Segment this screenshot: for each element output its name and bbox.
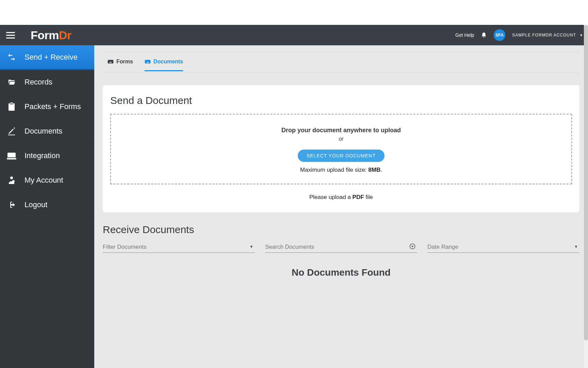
- drop-or-text: or: [114, 136, 568, 142]
- chevron-down-icon: ▼: [574, 244, 578, 249]
- app-shell: FormDr Get Help SFA SAMPLE FORMDR ACCOUN…: [0, 25, 588, 368]
- filter-documents-input[interactable]: [103, 244, 255, 250]
- sidebar-item-documents[interactable]: Documents: [0, 119, 94, 143]
- sidebar-item-label: Send + Receive: [24, 53, 78, 62]
- avatar[interactable]: SFA: [494, 29, 505, 41]
- filter-documents-dropdown[interactable]: ▼: [103, 242, 255, 253]
- max-size-suffix: .: [380, 167, 382, 173]
- inbox-icon: [108, 59, 114, 65]
- sidebar-item-label: Records: [24, 78, 52, 87]
- app-logo: FormDr: [31, 29, 71, 42]
- please-upload-type: PDF: [353, 194, 364, 200]
- menu-icon[interactable]: [6, 30, 17, 41]
- sidebar-item-label: Logout: [24, 200, 47, 209]
- search-documents-input[interactable]: [265, 244, 417, 250]
- tab-documents[interactable]: Documents: [145, 59, 183, 71]
- inbox-icon: [145, 59, 151, 65]
- max-size-prefix: Maximum upload file size:: [300, 167, 368, 173]
- upload-dropzone[interactable]: Drop your document anywhere to upload or…: [110, 114, 572, 184]
- sidebar-item-my-account[interactable]: My Account: [0, 168, 94, 193]
- please-upload-note: Please upload a PDF file: [110, 194, 572, 201]
- date-range-dropdown[interactable]: ▼: [427, 242, 579, 253]
- please-upload-prefix: Please upload a: [309, 194, 353, 200]
- scrollbar-track[interactable]: [584, 25, 588, 368]
- logo-form-text: Form: [31, 29, 59, 42]
- main-content: Forms Documents Send a Document Drop you…: [94, 45, 588, 368]
- user-cog-icon: [6, 176, 17, 185]
- sidebar-item-label: My Account: [24, 176, 63, 185]
- sidebar-item-label: Documents: [24, 127, 62, 136]
- select-document-button[interactable]: SELECT YOUR DOCUMENT: [298, 150, 385, 162]
- chevron-down-icon: ▼: [579, 33, 583, 37]
- sidebar-item-logout[interactable]: Logout: [0, 193, 94, 217]
- account-dropdown[interactable]: SAMPLE FORMDR ACCOUNT ▼: [512, 33, 583, 37]
- max-size-value: 8MB: [368, 167, 380, 173]
- folder-open-icon: [6, 78, 17, 86]
- document-edit-icon: [6, 127, 17, 135]
- clipboard-plus-icon: [6, 102, 17, 111]
- sidebar-item-label: Integration: [24, 151, 60, 160]
- laptop-icon: [6, 152, 17, 159]
- max-upload-size: Maximum upload file size: 8MB.: [114, 167, 568, 173]
- search-documents-field[interactable]: [265, 242, 417, 253]
- swap-icon: [6, 53, 17, 62]
- sidebar: Send + Receive Records Packets + Forms D…: [0, 45, 94, 368]
- account-name-text: SAMPLE FORMDR ACCOUNT: [512, 33, 576, 37]
- logo-dr-text: Dr: [59, 29, 71, 42]
- body-row: Send + Receive Records Packets + Forms D…: [0, 45, 588, 368]
- sidebar-item-packets-forms[interactable]: Packets + Forms: [0, 94, 94, 119]
- filters-row: ▼ ▼: [103, 242, 579, 253]
- header-bar: FormDr Get Help SFA SAMPLE FORMDR ACCOUN…: [0, 25, 588, 45]
- please-upload-suffix: file: [364, 194, 373, 200]
- signout-icon: [6, 201, 17, 209]
- scrollbar-thumb[interactable]: [584, 25, 588, 340]
- receive-documents-title: Receive Documents: [103, 224, 579, 235]
- arrow-circle-right-icon[interactable]: [409, 243, 416, 250]
- sidebar-item-label: Packets + Forms: [24, 102, 81, 111]
- sidebar-item-records[interactable]: Records: [0, 70, 94, 94]
- drop-heading: Drop your document anywhere to upload: [114, 127, 568, 134]
- tab-documents-label: Documents: [153, 59, 183, 65]
- date-range-input[interactable]: [427, 244, 579, 250]
- bell-icon[interactable]: [481, 32, 487, 38]
- sidebar-item-send-receive[interactable]: Send + Receive: [0, 45, 94, 70]
- chevron-down-icon: ▼: [249, 244, 254, 249]
- tab-forms-label: Forms: [116, 59, 133, 65]
- empty-state-text: No Documents Found: [103, 267, 579, 278]
- header-right: Get Help SFA SAMPLE FORMDR ACCOUNT ▼: [455, 29, 583, 41]
- get-help-link[interactable]: Get Help: [455, 32, 474, 38]
- send-document-card: Send a Document Drop your document anywh…: [103, 85, 579, 212]
- sidebar-item-integration[interactable]: Integration: [0, 143, 94, 168]
- tabs-row: Forms Documents: [103, 52, 579, 72]
- send-document-title: Send a Document: [110, 95, 572, 106]
- tab-forms[interactable]: Forms: [108, 59, 133, 71]
